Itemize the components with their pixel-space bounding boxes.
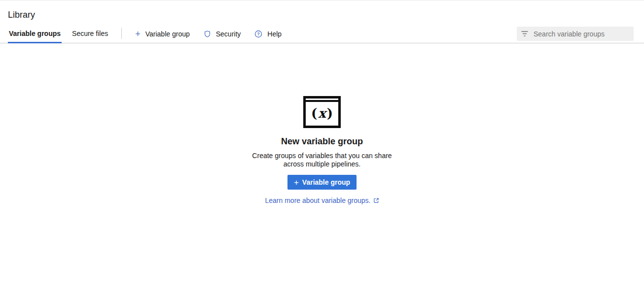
tab-variable-groups[interactable]: Variable groups	[8, 25, 62, 43]
toolbar-divider	[121, 28, 122, 39]
tab-secure-files[interactable]: Secure files	[71, 25, 109, 43]
plus-icon: +	[294, 178, 299, 187]
security-command-label: Security	[216, 30, 241, 38]
security-command[interactable]: Security	[197, 25, 248, 43]
empty-state-description-line2: across multiple pipelines.	[204, 160, 440, 168]
help-command[interactable]: ? Help	[248, 25, 288, 43]
svg-text:?: ?	[257, 32, 260, 36]
external-link-icon	[373, 197, 379, 203]
empty-state: (x) New variable group Create groups of …	[204, 96, 440, 204]
new-variable-group-command[interactable]: + Variable group	[128, 25, 197, 43]
search-box	[517, 27, 634, 41]
library-page: Library Variable groups Secure files + V…	[0, 0, 644, 204]
page-title: Library	[8, 10, 636, 20]
variable-group-icon-glyph: (x)	[306, 102, 338, 126]
add-variable-group-button[interactable]: + Variable group	[287, 175, 357, 190]
help-icon: ?	[254, 30, 262, 38]
search-input[interactable]	[533, 30, 629, 38]
help-command-label: Help	[267, 30, 282, 38]
tab-variable-groups-label: Variable groups	[9, 30, 61, 37]
filter-icon	[521, 31, 528, 37]
add-variable-group-button-label: Variable group	[302, 178, 350, 186]
empty-state-title: New variable group	[204, 136, 440, 147]
variable-group-icon: (x)	[303, 96, 341, 128]
shield-icon	[204, 30, 211, 38]
tab-bar: Variable groups Secure files + Variable …	[0, 25, 644, 43]
plus-icon: +	[135, 30, 141, 38]
new-variable-group-command-label: Variable group	[145, 30, 190, 38]
page-header: Library	[0, 0, 644, 25]
main-content: (x) New variable group Create groups of …	[0, 96, 644, 204]
empty-state-description-line1: Create groups of variables that you can …	[204, 152, 440, 160]
learn-more-link[interactable]: Learn more about variable groups.	[265, 197, 370, 204]
tab-secure-files-label: Secure files	[72, 30, 108, 37]
learn-more-row: Learn more about variable groups.	[204, 197, 440, 204]
